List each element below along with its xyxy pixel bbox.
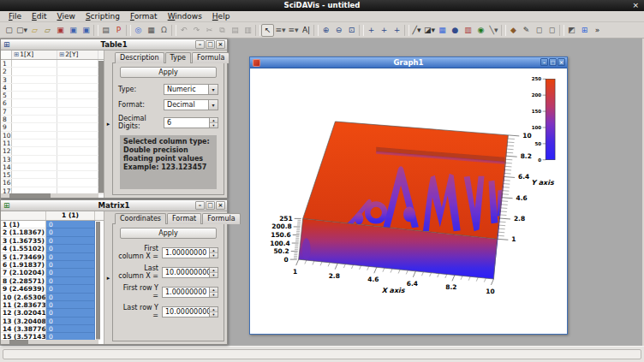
cell[interactable] <box>12 76 57 83</box>
tab[interactable]: Formula <box>202 213 240 224</box>
tab[interactable]: Coordinates <box>115 213 166 224</box>
type-combobox[interactable]: Numeric ▾ <box>164 84 218 95</box>
cell[interactable] <box>12 147 57 154</box>
cell[interactable] <box>12 132 57 139</box>
select-range-icon[interactable]: + <box>391 24 403 37</box>
cell[interactable] <box>12 156 57 163</box>
paste-icon[interactable]: ▤ <box>229 24 242 37</box>
main-titlebar[interactable]: SciDAVis - untitled × <box>0 0 644 11</box>
cell[interactable] <box>12 171 57 178</box>
print-icon[interactable]: ▤ <box>99 24 112 37</box>
tab[interactable]: Format <box>167 213 201 224</box>
graph-canvas[interactable]: 050.2100.4150.6200.825112.84.66.48.210X … <box>250 68 567 334</box>
pie-chart-icon[interactable]: ● <box>449 24 462 37</box>
matrix-row-header[interactable]: 9 (2.46939) <box>1 285 46 293</box>
cell[interactable] <box>57 163 98 170</box>
matrix-row-header[interactable]: 3 (1.36735) <box>1 237 46 245</box>
pen-icon[interactable]: ✎ <box>520 24 533 37</box>
tab[interactable]: Description <box>115 52 164 63</box>
undo-icon[interactable]: ↶ <box>177 24 190 37</box>
curve-list-dropdown[interactable]: ≡▾ <box>287 24 300 37</box>
cell[interactable] <box>12 108 57 115</box>
cell[interactable] <box>57 92 98 98</box>
matrix-row-header[interactable]: 2 (1.18367) <box>1 228 46 236</box>
menu-item[interactable]: Windows <box>163 12 207 21</box>
cell[interactable] <box>57 84 98 91</box>
horizontal-scrollbar[interactable] <box>1 340 98 344</box>
scrollbar-thumb[interactable] <box>96 222 100 339</box>
menu-item[interactable]: Edit <box>27 12 51 21</box>
menu-item[interactable]: Format <box>125 12 163 21</box>
matrix-row-header[interactable]: 14 (3.38776) <box>1 325 46 333</box>
close-icon[interactable]: × <box>216 201 225 210</box>
matrix-cell-selected[interactable]: 0 <box>46 221 95 228</box>
cell[interactable] <box>12 60 57 67</box>
cell[interactable] <box>12 139 57 146</box>
close-icon[interactable]: × <box>632 0 639 11</box>
menu-item[interactable]: View <box>52 12 80 21</box>
horizontal-scrollbar[interactable] <box>1 193 98 198</box>
graph1-titlebar[interactable]: Graph1 – □ × <box>250 57 567 68</box>
cell[interactable] <box>12 68 57 74</box>
matrix-cell-selected[interactable]: 0 <box>46 261 95 269</box>
matrix-row-header[interactable]: 7 (2.10204) <box>1 269 46 276</box>
duplicate-icon[interactable]: ▥ <box>242 24 254 37</box>
import-ascii-icon[interactable]: ▱ <box>41 24 54 37</box>
close-icon[interactable]: × <box>216 40 225 49</box>
cell[interactable] <box>57 76 98 83</box>
globe-icon[interactable]: ◉ <box>474 24 487 37</box>
magic-wand-dropdown[interactable]: ╲▾ <box>487 24 500 37</box>
cell[interactable] <box>12 179 57 186</box>
decimal-digits-spinner[interactable]: 6 ▴▾ <box>164 117 218 128</box>
spin-down-icon[interactable]: ▾ <box>210 252 218 258</box>
apply-button[interactable]: Apply <box>120 67 217 78</box>
matrix1-titlebar[interactable]: ⊞ Matrix1 – □ × <box>1 200 227 211</box>
matrix-row-header[interactable]: 12 (3.02041) <box>1 309 46 317</box>
matrix-row-header[interactable]: 6 (1.91837) <box>1 261 46 269</box>
export-pdf-icon[interactable]: P <box>112 24 125 37</box>
matrix-column-header[interactable]: 1 (1) <box>46 211 95 220</box>
overflow-chevron[interactable]: » <box>591 24 604 37</box>
matrix-cell-selected[interactable]: 0 <box>46 237 95 245</box>
scrollbar-thumb[interactable] <box>9 193 51 198</box>
save-project-icon[interactable]: ▣ <box>67 24 80 37</box>
project-explorer-icon[interactable]: ◎ <box>132 24 145 37</box>
chevron-down-icon[interactable]: ▾ <box>208 85 218 94</box>
cell[interactable] <box>12 84 57 91</box>
draw-line-dropdown[interactable]: ╱▾ <box>410 24 423 37</box>
minimize-icon[interactable]: – <box>540 58 548 66</box>
matrix-cell-selected[interactable]: 0 <box>46 228 95 236</box>
cell[interactable] <box>12 99 57 106</box>
new-window-dropdown[interactable]: ▢▾ <box>15 24 28 37</box>
menu-item[interactable]: Help <box>207 12 236 21</box>
format-combobox[interactable]: Decimal ▾ <box>164 99 218 110</box>
zoom-out-icon[interactable]: ⊖ <box>332 24 345 37</box>
rescale-icon[interactable]: ⊡ <box>345 24 358 37</box>
lock-icon[interactable]: Ω <box>158 24 170 37</box>
cell[interactable] <box>12 163 57 170</box>
column-header-x[interactable]: ⊞1[X] <box>12 50 57 59</box>
apply-button[interactable]: Apply <box>120 228 217 239</box>
cell[interactable] <box>57 147 98 154</box>
copy-icon[interactable]: ⧉ <box>216 24 229 37</box>
coordinate-spinbox[interactable]: 1.00000000 ▴▾ <box>162 247 218 258</box>
cell[interactable] <box>57 179 98 186</box>
screen-reader-icon[interactable]: + <box>365 24 378 37</box>
add-image-icon[interactable]: ▦ <box>436 24 449 37</box>
vertical-scrollbar[interactable] <box>98 61 104 193</box>
cell[interactable] <box>57 139 98 146</box>
panel-splitter[interactable]: ▸ <box>104 211 112 344</box>
chevron-down-icon[interactable]: ▾ <box>208 100 218 110</box>
minimize-icon[interactable]: – <box>195 40 205 49</box>
cell[interactable] <box>57 60 98 67</box>
table1-titlebar[interactable]: ⊞ Table1 – □ × <box>1 39 227 50</box>
matrix-cell-selected[interactable]: 0 <box>46 309 95 317</box>
maximize-icon[interactable]: □ <box>549 58 557 66</box>
spin-down-icon[interactable]: ▾ <box>210 312 218 317</box>
vertical-scrollbar[interactable] <box>96 222 100 340</box>
matrix-row-header[interactable]: 5 (1.73469) <box>1 253 46 261</box>
matrix-cell-selected[interactable]: 0 <box>46 301 95 309</box>
coordinate-spinbox[interactable]: 10.00000000 ▴▾ <box>162 306 218 317</box>
density-icon[interactable]: ◻ <box>546 24 558 37</box>
results-log-icon[interactable]: ▦ <box>145 24 158 37</box>
